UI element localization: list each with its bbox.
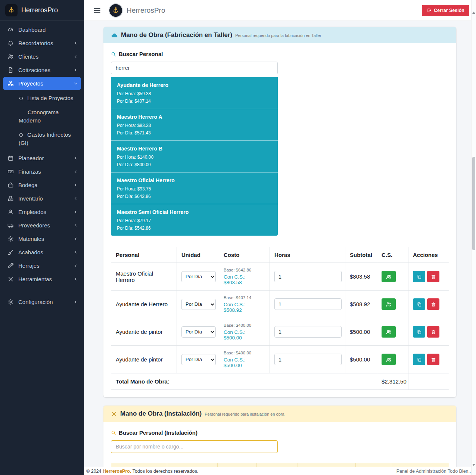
chevron-left-icon: [73, 299, 78, 304]
personnel-result-item[interactable]: Maestro Oficial Herrero Por Hora: $93.75…: [111, 173, 278, 204]
sidebar-item-label: Finanzas: [18, 168, 41, 175]
cost-with-cs: Con C.S.: $500.00: [224, 357, 265, 368]
sidebar-item-herramientas[interactable]: Herramientas: [3, 273, 81, 286]
unit-select[interactable]: Por Día: [181, 326, 216, 338]
cell-personal: Maestro Oficial Herrero: [111, 263, 177, 291]
cell-personal: Ayudante de pintor: [111, 346, 177, 373]
sidebar-item-label: Inventario: [18, 195, 43, 202]
unit-select[interactable]: Por Día: [181, 354, 216, 365]
logout-button[interactable]: Cerrar Sesión: [422, 5, 469, 16]
sidebar-item-planeador[interactable]: Planeador: [3, 152, 81, 165]
scroll-up-arrow[interactable]: [472, 12, 475, 14]
cell-subtotal: $500.00: [345, 346, 377, 373]
cs-button[interactable]: [382, 271, 396, 282]
sidebar-item-materiales[interactable]: Materiales: [3, 232, 81, 245]
chevron-left-icon: [73, 250, 78, 255]
sidebar-subitem-cronograma-moderno[interactable]: Cronograma Moderno: [3, 105, 81, 128]
sidebar-item-empleados[interactable]: Empleados: [3, 205, 81, 218]
col-personal: Personal: [111, 247, 177, 263]
cell-subtotal: $508.92: [345, 291, 377, 318]
sidebar-item-inventario[interactable]: Inventario: [3, 192, 81, 205]
total-label: Total Mano de Obra:: [111, 373, 377, 390]
hours-input[interactable]: [274, 326, 342, 338]
card-subtitle: Personal requerido para la fabricación e…: [235, 33, 321, 38]
scroll-down-arrow[interactable]: [472, 464, 475, 466]
hours-input[interactable]: [274, 271, 342, 282]
chevron-left-icon: [73, 169, 78, 174]
total-empty-cell: [408, 373, 449, 390]
table-header-row: Personal Unidad Costo Horas Subtotal C.S…: [111, 247, 449, 263]
users-icon: [386, 357, 392, 363]
sidebar-item-label: Empleados: [18, 209, 46, 215]
footer: © 2024 HerrerosPro. Todos los derechos r…: [84, 467, 476, 475]
cs-button[interactable]: [382, 326, 396, 338]
sidebar-subitem-lista-de-proyectos[interactable]: Lista de Proyectos: [3, 91, 81, 105]
logout-label: Cerrar Sesión: [434, 8, 464, 13]
chevron-left-icon: [73, 209, 78, 214]
result-name: Maestro Herrero B: [117, 146, 272, 152]
card-mano-de-obra-instalacion: Mano de Obra (Instalación) Personal requ…: [103, 406, 456, 475]
unit-select[interactable]: Por Día: [181, 271, 216, 282]
sidebar-item-configuracion[interactable]: Configuración: [3, 295, 81, 308]
cs-button[interactable]: [382, 354, 396, 365]
result-rate-day: Por Día: $571.43: [117, 130, 272, 136]
sidebar-item-clientes[interactable]: Clientes: [3, 50, 81, 63]
duplicate-row-button[interactable]: [413, 354, 425, 365]
scrollbar-thumb[interactable]: [472, 157, 475, 250]
brush-icon: [6, 249, 15, 255]
unit-select[interactable]: Por Día: [181, 299, 216, 310]
sidebar-item-herrajes[interactable]: Herrajes: [3, 259, 81, 272]
result-rate-day: Por Día: $542.86: [117, 226, 272, 231]
topbar-brand[interactable]: HerrerosPro: [109, 3, 165, 18]
search-personal-input[interactable]: [111, 62, 278, 74]
personnel-result-item[interactable]: Ayudante de Herrero Por Hora: $59.38 Por…: [111, 77, 278, 109]
sidebar-brand[interactable]: HerrerosPro: [0, 0, 84, 21]
sidebar-item-acabados[interactable]: Acabados: [3, 246, 81, 259]
scrollbar[interactable]: [471, 0, 476, 475]
result-rate-hour: Por Hora: $93.75: [117, 186, 272, 192]
chevron-left-icon: [73, 263, 78, 268]
copy-icon: [417, 274, 422, 279]
trash-icon: [431, 274, 436, 279]
cs-button[interactable]: [382, 298, 396, 310]
delete-row-button[interactable]: [427, 271, 439, 282]
duplicate-row-button[interactable]: [413, 271, 425, 282]
wrench-icon: [6, 263, 15, 269]
personnel-result-item[interactable]: Maestro Semi Oficial Herrero Por Hora: $…: [111, 204, 278, 236]
sidebar: HerrerosPro Dashboard Recordatorios Clie…: [0, 0, 84, 475]
sidebar-subitem-gastos-indirectos[interactable]: Gastos Indirectos (GI): [3, 128, 81, 150]
sidebar-subitem-label: Cronograma Moderno: [19, 109, 59, 124]
sidebar-subitem-label: Gastos Indirectos (GI): [19, 131, 71, 146]
copy-icon: [417, 329, 422, 335]
sidebar-item-label: Configuración: [18, 299, 53, 305]
sidebar-item-finanzas[interactable]: Finanzas: [3, 165, 81, 178]
personnel-result-item[interactable]: Maestro Herrero B Por Hora: $140.00 Por …: [111, 141, 278, 173]
invoice-icon: [6, 67, 15, 73]
sidebar-item-label: Recordatorios: [18, 40, 53, 46]
proyectos-submenu: Lista de Proyectos Cronograma Moderno Ga…: [3, 90, 81, 152]
sidebar-item-proveedores[interactable]: Proveedores: [3, 219, 81, 232]
sidebar-item-bodega[interactable]: Bodega: [3, 178, 81, 192]
sidebar-item-dashboard[interactable]: Dashboard: [3, 23, 81, 36]
delete-row-button[interactable]: [427, 354, 439, 365]
chevron-left-icon: [73, 196, 78, 201]
topbar: HerrerosPro Cerrar Sesión: [84, 0, 476, 21]
delete-row-button[interactable]: [427, 326, 439, 338]
sidebar-item-cotizaciones[interactable]: Cotizaciones: [3, 63, 81, 77]
hours-input[interactable]: [274, 354, 342, 365]
cost-base: Base: $642.86: [224, 268, 265, 272]
main-content: Mano de Obra (Fabricación en Taller) Per…: [84, 21, 476, 475]
delete-row-button[interactable]: [427, 298, 439, 310]
cost-with-cs: Con C.S.: $803.58: [224, 274, 265, 285]
duplicate-row-button[interactable]: [413, 298, 425, 310]
sidebar-item-recordatorios[interactable]: Recordatorios: [3, 37, 81, 50]
hours-input[interactable]: [274, 298, 342, 310]
users-icon: [6, 53, 15, 60]
search-instalacion-input[interactable]: [111, 440, 278, 453]
duplicate-row-button[interactable]: [413, 326, 425, 338]
menu-toggle-button[interactable]: [91, 5, 103, 16]
copy-icon: [417, 302, 422, 307]
personnel-result-item[interactable]: Maestro Herrero A Por Hora: $83.33 Por D…: [111, 109, 278, 141]
money-icon: [6, 168, 15, 175]
sidebar-item-proyectos[interactable]: Proyectos: [3, 77, 81, 90]
